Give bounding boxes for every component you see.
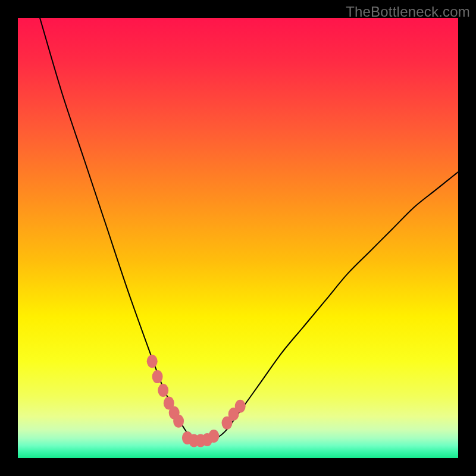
highlight-dot — [235, 400, 246, 413]
chart-frame — [18, 18, 458, 458]
highlight-dot — [173, 415, 184, 428]
highlight-dot — [158, 384, 168, 397]
chart-plot — [18, 18, 458, 458]
highlight-dot — [152, 370, 163, 383]
highlight-dot — [208, 430, 219, 443]
highlight-dots — [147, 355, 246, 447]
highlight-dot — [147, 355, 158, 368]
bottleneck-curve — [40, 18, 458, 441]
